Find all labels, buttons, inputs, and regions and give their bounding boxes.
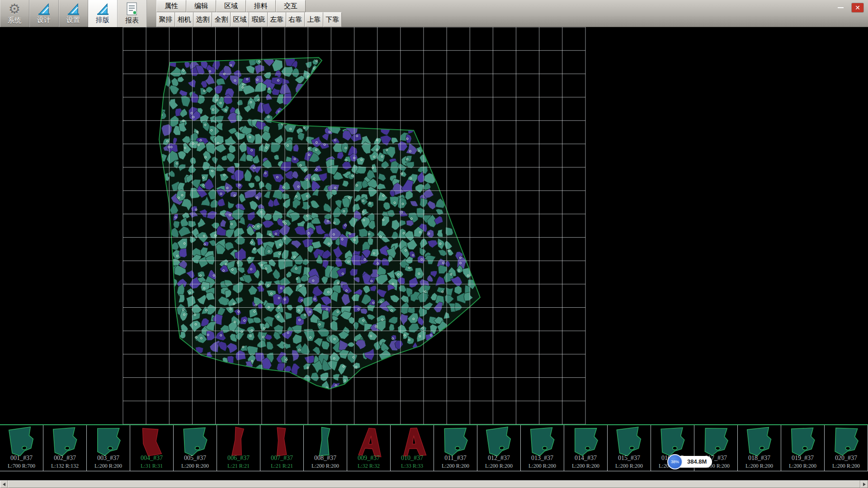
tool-button-region[interactable]: 区域 — [231, 12, 249, 27]
piece-thumbnail[interactable]: 019_#37L:200 R:200 — [781, 425, 825, 471]
piece-thumbnail[interactable]: 007_#37L:21 R:21 — [260, 425, 304, 471]
piece-id: 012_#37 — [477, 455, 520, 462]
tool-button-defect[interactable]: 瑕疵 — [249, 12, 268, 27]
piece-thumbnail[interactable]: 018_#37L:200 R:200 — [738, 425, 781, 471]
piece-shape-icon — [741, 426, 778, 458]
piece-lr-count: L:32 R:32 — [347, 463, 390, 469]
menu-tab-nest[interactable]: 排料 — [246, 0, 276, 12]
piece-shape-icon — [221, 426, 257, 458]
menu-tab-properties[interactable]: 属性 — [156, 0, 186, 12]
piece-thumbnail[interactable]: 010_#37L:33 R:33 — [391, 425, 434, 471]
piece-thumbnail[interactable]: 006_#37L:21 R:21 — [217, 425, 260, 471]
piece-shape-icon — [47, 426, 83, 458]
piece-shape-icon — [438, 426, 474, 458]
piece-id: 010_#37 — [391, 455, 434, 462]
piece-lr-count: L:33 R:33 — [391, 463, 434, 469]
window-controls: ✕ — [835, 3, 863, 12]
piece-thumbnail[interactable]: 015_#37L:200 R:200 — [608, 425, 651, 471]
tool-button-row: 聚排相机选割全割区域瑕疵左靠右靠上靠下靠 — [156, 12, 342, 27]
horizontal-scrollbar[interactable] — [0, 480, 868, 488]
piece-id: 014_#37 — [564, 455, 607, 462]
tool-button-camera[interactable]: 相机 — [175, 12, 193, 27]
scrollbar-thumb[interactable] — [8, 480, 860, 488]
piece-shape-icon — [481, 426, 517, 458]
piece-id: 018_#37 — [738, 455, 781, 462]
piece-id: 002_#37 — [43, 455, 86, 462]
menu-tab-region[interactable]: 区域 — [216, 0, 246, 12]
piece-lr-count: L:31 R:31 — [130, 463, 173, 469]
piece-thumbnail[interactable]: 003_#37L:200 R:200 — [87, 425, 130, 471]
piece-shape-icon — [698, 426, 734, 458]
piece-lr-count: L:200 R:200 — [608, 463, 651, 469]
cad-triangle-icon — [66, 3, 80, 15]
main-toolbar-buttons: ⚙系统设计设置排版报表 — [0, 0, 147, 27]
piece-id: 019_#37 — [781, 455, 824, 462]
main-button-label: 设置 — [66, 16, 80, 24]
tool-button-align-right[interactable]: 右靠 — [286, 12, 305, 27]
minimize-button[interactable] — [835, 3, 846, 12]
main-button-label: 报表 — [125, 16, 139, 25]
piece-thumbnail[interactable]: 013_#37L:200 R:200 — [521, 425, 564, 471]
piece-thumbnail[interactable]: 002_#37L:132 R:132 — [43, 425, 87, 471]
piece-thumbnail[interactable]: 001_#37L:700 R:700 — [0, 425, 43, 471]
piece-thumbnail[interactable]: 020_#37L:200 R:200 — [825, 425, 868, 471]
toolbar: ⚙系统设计设置排版报表 属性编辑区域排料交互 聚排相机选割全割区域瑕疵左靠右靠上… — [0, 0, 868, 27]
tool-button-align-left[interactable]: 左靠 — [268, 12, 286, 27]
piece-shape-icon — [394, 426, 430, 458]
piece-id: 006_#37 — [217, 455, 260, 462]
menu-tab-interact[interactable]: 交互 — [276, 0, 306, 12]
piece-shape-icon — [785, 426, 821, 458]
piece-lr-count: L:21 R:21 — [217, 463, 260, 469]
piece-lr-count: L:200 R:200 — [781, 463, 824, 469]
piece-thumbnail[interactable]: 009_#37L:32 R:32 — [347, 425, 391, 471]
piece-lr-count: L:200 R:200 — [87, 463, 130, 469]
scroll-left-button[interactable] — [0, 480, 8, 488]
piece-thumbnail[interactable]: 014_#37L:200 R:200 — [564, 425, 608, 471]
scroll-right-icon — [863, 483, 866, 486]
piece-id: 020_#37 — [825, 455, 868, 462]
scroll-right-button[interactable] — [860, 480, 868, 488]
menu-area: 属性编辑区域排料交互 聚排相机选割全割区域瑕疵左靠右靠上靠下靠 — [156, 0, 342, 27]
nesting-canvas[interactable] — [0, 27, 868, 424]
piece-lr-count: L:200 R:200 — [825, 463, 868, 469]
piece-lr-count: L:200 R:200 — [564, 463, 607, 469]
tool-button-cut-all[interactable]: 全割 — [212, 12, 231, 27]
piece-thumbnail[interactable]: 011_#37L:200 R:200 — [434, 425, 477, 471]
main-button-nesting[interactable]: 排版 — [88, 0, 118, 27]
piece-lr-count: L:132 R:132 — [43, 463, 86, 469]
piece-id: 015_#37 — [608, 455, 651, 462]
piece-shape-icon — [90, 426, 127, 458]
piece-lr-count: L:200 R:200 — [304, 463, 347, 469]
close-icon: ✕ — [855, 4, 860, 11]
piece-thumbnail[interactable]: 005_#37L:200 R:200 — [174, 425, 217, 471]
piece-id: 009_#37 — [347, 455, 390, 462]
piece-shape-icon — [177, 426, 213, 458]
memory-value: 384.8M — [687, 458, 707, 465]
main-button-report[interactable]: 报表 — [118, 0, 147, 27]
tool-button-align-bottom[interactable]: 下靠 — [323, 12, 342, 27]
main-button-design[interactable]: 设计 — [29, 0, 59, 27]
tool-button-select-cut[interactable]: 选割 — [193, 12, 212, 27]
close-button[interactable]: ✕ — [852, 3, 863, 12]
piece-id: 001_#37 — [0, 455, 43, 462]
piece-shape-icon — [828, 426, 864, 458]
cad-triangle-icon — [96, 3, 109, 15]
piece-lr-count: L:700 R:700 — [0, 463, 43, 469]
minimize-icon — [838, 7, 844, 8]
piece-id: 013_#37 — [521, 455, 564, 462]
piece-thumbnail[interactable]: 012_#37L:200 R:200 — [477, 425, 521, 471]
piece-lr-count: L:200 R:200 — [738, 463, 781, 469]
main-button-label: 系统 — [8, 16, 21, 25]
tool-button-cluster-nest[interactable]: 聚排 — [156, 12, 175, 27]
tool-button-align-top[interactable]: 上靠 — [305, 12, 323, 27]
menu-tab-edit[interactable]: 编辑 — [186, 0, 216, 12]
piece-shape-icon — [568, 426, 604, 458]
main-button-settings[interactable]: 设置 — [59, 0, 88, 27]
piece-lr-count: L:200 R:200 — [521, 463, 564, 469]
main-button-label: 设计 — [37, 16, 51, 24]
piece-id: 003_#37 — [87, 455, 130, 462]
piece-thumbnail[interactable]: 004_#37L:31 R:31 — [130, 425, 174, 471]
piece-shape-icon — [134, 426, 170, 458]
main-button-system[interactable]: ⚙系统 — [0, 0, 29, 27]
piece-thumbnail[interactable]: 008_#37L:200 R:200 — [304, 425, 347, 471]
